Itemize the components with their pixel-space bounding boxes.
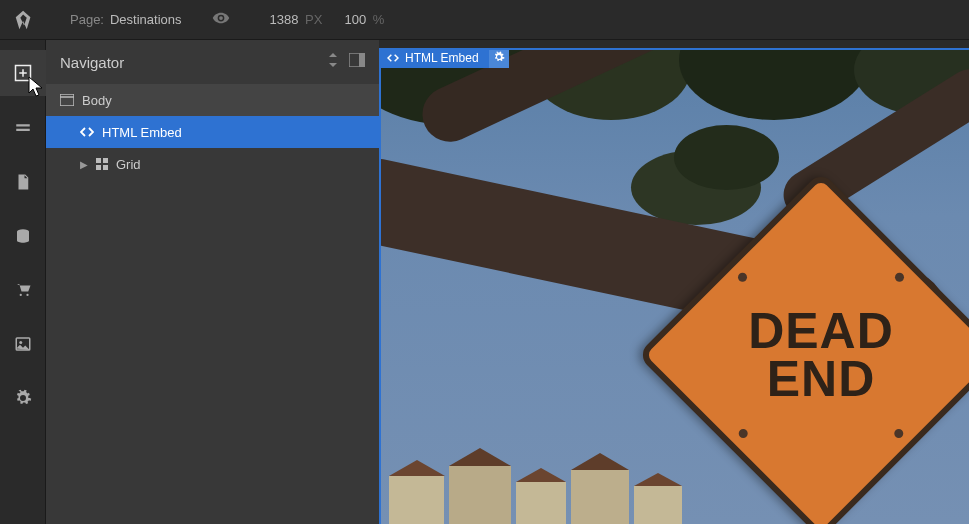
zoom-unit: % xyxy=(373,12,385,27)
body-icon xyxy=(60,94,74,106)
svg-rect-8 xyxy=(96,158,101,163)
html-embed-element[interactable]: HTML Embed xyxy=(379,48,969,524)
sign-text-line2: END xyxy=(748,355,894,403)
width-value: 1388 xyxy=(270,12,299,27)
panel-toggle-icon[interactable] xyxy=(349,53,365,71)
sign-text-line1: DEAD xyxy=(748,308,894,356)
svg-rect-5 xyxy=(359,53,365,67)
panel-title: Navigator xyxy=(60,54,124,71)
page-name: Destinations xyxy=(110,12,182,27)
panel-header: Navigator xyxy=(46,40,379,84)
scene-foliage xyxy=(674,125,779,190)
add-element-tool[interactable] xyxy=(0,50,46,96)
tree-node-html-embed[interactable]: HTML Embed xyxy=(46,116,379,148)
svg-rect-10 xyxy=(96,165,101,170)
grid-icon xyxy=(96,158,108,170)
ecommerce-tool[interactable] xyxy=(11,278,35,302)
svg-rect-9 xyxy=(103,158,108,163)
element-tree: Body HTML Embed ▶ Grid xyxy=(46,84,379,524)
canvas-zoom[interactable]: 100 % xyxy=(344,12,384,27)
width-unit: PX xyxy=(305,12,322,27)
tree-node-body[interactable]: Body xyxy=(46,84,379,116)
zoom-value: 100 xyxy=(344,12,366,27)
page-label: Page: xyxy=(70,12,104,27)
canvas-area: HTML Embed xyxy=(379,40,969,524)
tool-sidebar xyxy=(0,40,46,524)
page-tool[interactable] xyxy=(11,170,35,194)
canvas-width[interactable]: 1388 PX xyxy=(270,12,323,27)
svg-point-3 xyxy=(19,341,22,344)
tree-label: Grid xyxy=(116,157,141,172)
page-selector[interactable]: Page: Destinations xyxy=(70,12,182,27)
assets-tool[interactable] xyxy=(11,332,35,356)
tree-label: Body xyxy=(82,93,112,108)
settings-tool[interactable] xyxy=(11,386,35,410)
selection-badge[interactable]: HTML Embed xyxy=(379,48,509,68)
tree-label: HTML Embed xyxy=(102,125,182,140)
svg-rect-11 xyxy=(103,165,108,170)
tree-node-grid[interactable]: ▶ Grid xyxy=(46,148,379,180)
logo-icon[interactable] xyxy=(12,8,36,32)
scene-foliage xyxy=(679,48,869,120)
element-settings-icon[interactable] xyxy=(489,49,509,68)
scene-houses xyxy=(381,444,731,524)
top-bar: Page: Destinations 1388 PX 100 % xyxy=(0,0,969,40)
expand-collapse-icon[interactable] xyxy=(327,53,339,71)
expand-arrow-icon[interactable]: ▶ xyxy=(80,159,88,170)
cms-tool[interactable] xyxy=(11,224,35,248)
preview-icon[interactable] xyxy=(212,9,230,30)
embed-icon xyxy=(80,126,94,138)
badge-label: HTML Embed xyxy=(405,51,479,65)
navigator-panel: Navigator Body HTML Embed xyxy=(46,40,379,524)
pages-tool[interactable] xyxy=(11,116,35,140)
embed-icon xyxy=(387,53,399,63)
main-area: Navigator Body HTML Embed xyxy=(0,40,969,524)
svg-rect-6 xyxy=(60,94,74,106)
